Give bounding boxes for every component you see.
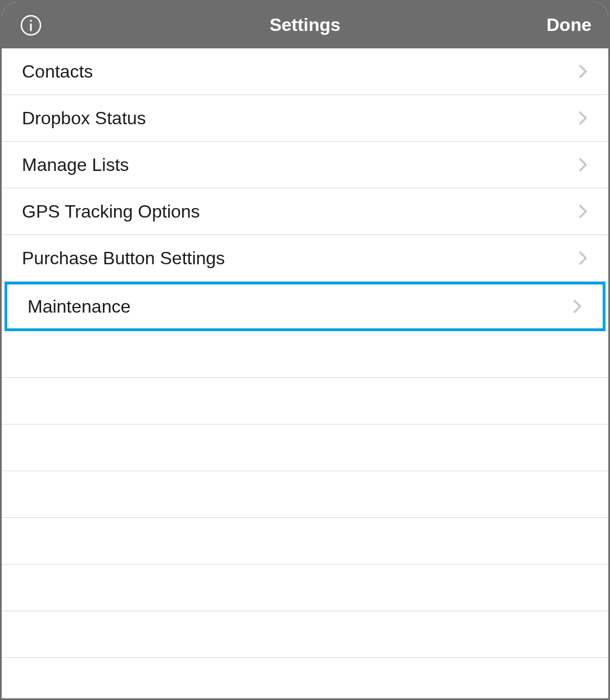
settings-item-manage-lists[interactable]: Manage Lists <box>2 142 608 188</box>
empty-row <box>2 331 608 378</box>
chevron-right-icon <box>572 299 582 314</box>
settings-item-label: Dropbox Status <box>22 108 146 129</box>
modal-header: Settings Done <box>2 2 608 48</box>
page-title: Settings <box>269 15 340 35</box>
chevron-right-icon <box>578 64 588 79</box>
chevron-right-icon <box>578 110 588 126</box>
info-icon <box>20 14 42 37</box>
chevron-right-icon <box>578 204 588 219</box>
empty-row <box>2 564 608 611</box>
settings-modal: Settings Done Contacts Dropbox Status Ma… <box>2 2 608 698</box>
empty-row <box>2 518 608 564</box>
empty-row <box>2 658 608 698</box>
empty-row <box>2 611 608 658</box>
settings-item-label: Manage Lists <box>22 155 129 175</box>
done-button[interactable]: Done <box>546 15 591 35</box>
empty-row <box>2 378 608 424</box>
empty-row <box>2 471 608 518</box>
settings-item-label: GPS Tracking Options <box>22 201 200 222</box>
settings-item-gps-tracking[interactable]: GPS Tracking Options <box>2 188 608 235</box>
chevron-right-icon <box>578 250 588 266</box>
chevron-right-icon <box>578 157 588 173</box>
settings-item-purchase-button[interactable]: Purchase Button Settings <box>2 235 608 282</box>
info-button[interactable] <box>19 13 43 38</box>
empty-row <box>2 424 608 471</box>
svg-point-1 <box>30 20 32 22</box>
settings-item-contacts[interactable]: Contacts <box>2 48 608 95</box>
settings-list: Contacts Dropbox Status Manage Lists GPS… <box>2 48 608 698</box>
settings-item-maintenance[interactable]: Maintenance <box>4 282 606 331</box>
settings-item-label: Contacts <box>22 61 93 82</box>
settings-item-dropbox-status[interactable]: Dropbox Status <box>2 95 608 142</box>
settings-item-label: Maintenance <box>28 296 130 317</box>
settings-item-label: Purchase Button Settings <box>22 248 225 269</box>
